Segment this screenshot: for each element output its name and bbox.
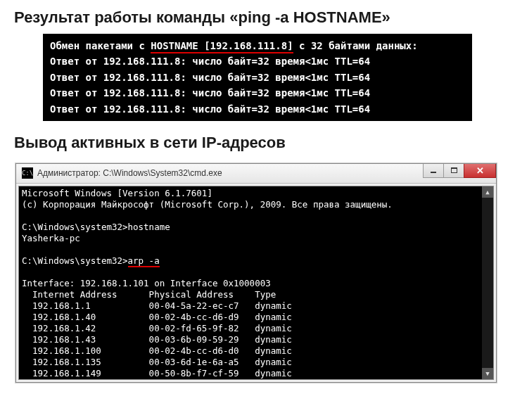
arp-header: Internet Address Physical Address Type	[22, 289, 276, 300]
close-icon: ✕	[476, 166, 484, 175]
cmd-line: (c) Корпорация Майкрософт (Microsoft Cor…	[22, 199, 393, 210]
maximize-button[interactable]	[443, 164, 464, 178]
ping-exchange-suffix: с 32 байтами данных:	[293, 40, 418, 51]
cmd-line: Yasherka-pc	[22, 233, 80, 243]
vertical-scrollbar[interactable]: ▲ ▼	[482, 186, 493, 379]
cmd-content[interactable]: Microsoft Windows [Version 6.1.7601] (c)…	[19, 186, 493, 380]
close-button[interactable]: ✕	[464, 164, 496, 178]
cmd-line: Microsoft Windows [Version 6.1.7601]	[22, 188, 212, 198]
arp-row: 192.168.1.135 00-03-6d-1e-6a-a5 dynamic	[22, 357, 292, 367]
cmd-typed-command-underlined: arp -a	[128, 255, 160, 267]
cmd-typed-command: hostname	[128, 222, 170, 232]
window-titlebar[interactable]: C:\ Администратор: C:\Windows\System32\c…	[16, 164, 496, 184]
cmd-icon: C:\	[22, 167, 33, 179]
ping-reply-line: Ответ от 192.168.111.8: число байт=32 вр…	[50, 85, 465, 101]
window-controls: ✕	[424, 164, 496, 178]
arp-row: 192.168.1.42 00-02-fd-65-9f-82 dynamic	[22, 323, 292, 333]
cmd-window: C:\ Администратор: C:\Windows\System32\c…	[15, 163, 497, 383]
arp-row: 192.168.1.149 00-50-8b-f7-cf-59 dynamic	[22, 368, 292, 378]
arp-row: 192.168.1.40 00-02-4b-cc-d6-d9 dynamic	[22, 312, 292, 322]
ping-exchange-line: Обмен пакетами с HOSTNAME [192.168.111.8…	[50, 38, 465, 53]
ping-output-block: Обмен пакетами с HOSTNAME [192.168.111.8…	[43, 34, 472, 121]
scroll-down-button[interactable]: ▼	[482, 368, 493, 379]
cmd-line: Interface: 192.168.1.101 on Interface 0x…	[22, 278, 271, 288]
scroll-track[interactable]	[482, 198, 493, 368]
minimize-icon	[431, 172, 436, 173]
arp-row: 192.168.1.43 00-03-6b-09-59-29 dynamic	[22, 334, 292, 345]
scroll-up-button[interactable]: ▲	[482, 186, 493, 198]
maximize-icon	[451, 167, 457, 173]
arp-row: 192.168.1.100 00-02-4b-cc-d6-d0 dynamic	[22, 345, 292, 356]
arp-row: 192.168.1.1 00-04-5a-22-ec-c7 dynamic	[22, 300, 292, 311]
ping-reply-line: Ответ от 192.168.111.8: число байт=32 вр…	[50, 101, 465, 117]
cmd-prompt: C:\Windows\system32>	[22, 255, 128, 266]
cmd-prompt: C:\Windows\system32>	[22, 222, 128, 232]
cmd-client-area: Microsoft Windows [Version 6.1.7601] (c)…	[18, 186, 494, 380]
heading-ping-result: Результат работы команды «ping -a HOSTNA…	[0, 0, 515, 34]
heading-arp-output: Вывод активных в сети IP-адресов	[0, 125, 515, 159]
window-title: Администратор: C:\Windows\System32\cmd.e…	[37, 168, 222, 178]
ping-hostname-underlined: HOSTNAME [192.168.111.8]	[151, 40, 293, 53]
window-title-prefix: Администратор:	[37, 168, 103, 178]
cmd-icon-text: C:\	[22, 170, 33, 177]
ping-reply-line: Ответ от 192.168.111.8: число байт=32 вр…	[50, 70, 465, 85]
ping-reply-line: Ответ от 192.168.111.8: число байт=32 вр…	[50, 53, 465, 69]
window-title-path: C:\Windows\System32\cmd.exe	[103, 168, 222, 178]
minimize-button[interactable]	[423, 164, 444, 178]
ping-exchange-prefix: Обмен пакетами с	[50, 40, 151, 51]
